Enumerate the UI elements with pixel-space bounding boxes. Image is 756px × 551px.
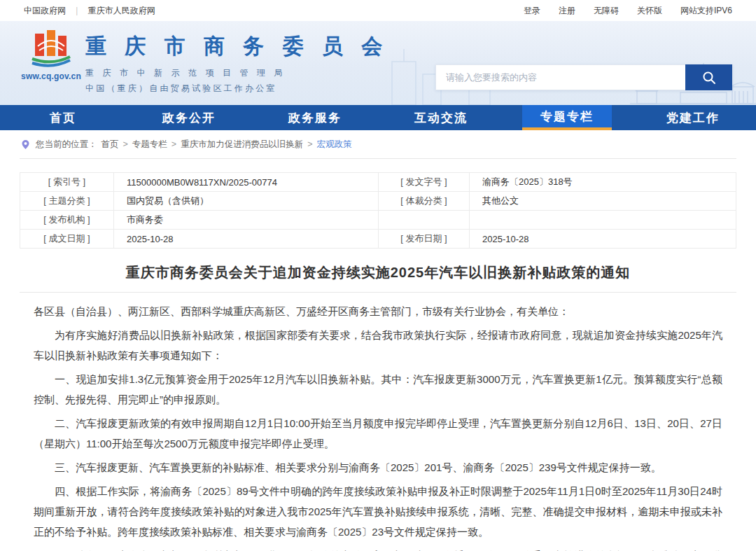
breadcrumb-macro-policy[interactable]: 宏观政策 bbox=[316, 139, 351, 151]
meta-label-empty bbox=[379, 211, 470, 230]
breadcrumb: 您当前的位置： 首页 > 专题专栏 > 重庆市加力促进消费品以旧换新 > 宏观政… bbox=[0, 130, 756, 158]
meta-label-written-date: [ 成文日期 ] bbox=[20, 230, 114, 249]
nav-item-gov-info[interactable]: 政务公开 bbox=[126, 105, 252, 130]
article-paragraph-item-5: 五、请各区县商务主管部门会同相关部门及行业协会做好政策宣传解释，加强市场监测和效… bbox=[34, 545, 722, 551]
article-paragraph-item-2: 二、汽车报废更新政策的有效申报周期自12月1日10:00开始至当月额度申报完毕即… bbox=[34, 413, 722, 454]
nav-item-home[interactable]: 首页 bbox=[0, 105, 126, 130]
nav-label: 互动交流 bbox=[396, 105, 486, 130]
nav-label: 专题专栏 bbox=[522, 105, 612, 130]
link-accessibility[interactable]: 无障碍 bbox=[594, 5, 619, 17]
article-paragraph-item-1: 一、现追加安排1.3亿元预算资金用于2025年12月汽车以旧换新补贴。其中：汽车… bbox=[34, 369, 722, 410]
link-login[interactable]: 登录 bbox=[524, 5, 540, 17]
breadcrumb-prefix: 您当前的位置： bbox=[36, 139, 97, 151]
site-brand: 重 庆 市 商 务 委 员 会 重庆市中新示范项目管理局 中国（重庆）自由贸易试… bbox=[85, 32, 388, 95]
link-chongqing-gov[interactable]: 重庆市人民政府网 bbox=[88, 5, 155, 17]
document-meta-table: [ 索引号 ] 11500000MB0W8117XN/2025-00774 [ … bbox=[20, 172, 736, 249]
meta-label-issuing-agency: [ 发布机构 ] bbox=[20, 211, 114, 230]
site-logo[interactable]: sww.cq.gov.cn bbox=[21, 28, 81, 81]
top-utility-bar: 中国政府网 ｜ 重庆市人民政府网 登录 注册 无障碍 关怀版 网站支持IPV6 bbox=[0, 0, 756, 21]
site-name: 重 庆 市 商 务 委 员 会 bbox=[85, 32, 388, 61]
meta-label-genre-category: [ 体裁分类 ] bbox=[379, 192, 470, 211]
site-subtitle-1: 重庆市中新示范项目管理局 bbox=[85, 67, 388, 79]
meta-label-publish-date: [ 发布日期 ] bbox=[379, 230, 470, 249]
link-care-version[interactable]: 关怀版 bbox=[637, 5, 662, 17]
account-links: 登录 注册 无障碍 关怀版 网站支持IPV6 bbox=[524, 5, 732, 17]
location-pin-icon bbox=[21, 139, 30, 150]
breadcrumb-separator: > bbox=[172, 139, 176, 149]
nav-label: 党建工作 bbox=[648, 105, 738, 130]
topbar-divider: ｜ bbox=[73, 5, 81, 17]
meta-value-empty bbox=[470, 211, 736, 230]
article-paragraph-item-3: 三、汽车报废更新、汽车置换更新的补贴标准、相关要求分别与渝商务〔2025〕201… bbox=[34, 457, 722, 477]
gov-links: 中国政府网 ｜ 重庆市人民政府网 bbox=[24, 5, 155, 17]
main-nav: 首页 政务公开 政务服务 互动交流 专题专栏 党建工作 bbox=[0, 105, 756, 130]
breadcrumb-home[interactable]: 首页 bbox=[102, 139, 119, 151]
link-ipv6[interactable]: 网站支持IPV6 bbox=[680, 5, 732, 17]
meta-value-index-number: 11500000MB0W8117XN/2025-00774 bbox=[114, 173, 379, 192]
table-row: [ 成文日期 ] 2025-10-28 [ 发布日期 ] 2025-10-28 bbox=[20, 230, 736, 249]
table-row: [ 索引号 ] 11500000MB0W8117XN/2025-00774 [ … bbox=[20, 173, 736, 192]
meta-label-subject-category: [ 主题分类 ] bbox=[20, 192, 114, 211]
link-china-gov[interactable]: 中国政府网 bbox=[24, 5, 66, 17]
breadcrumb-separator: > bbox=[123, 139, 128, 149]
page-title: 重庆市商务委员会关于追加资金持续实施2025年汽车以旧换新补贴政策的通知 bbox=[34, 263, 722, 282]
title-divider bbox=[20, 292, 736, 293]
nav-label: 政务公开 bbox=[144, 105, 234, 130]
link-register[interactable]: 注册 bbox=[559, 5, 575, 17]
nav-label: 政务服务 bbox=[270, 105, 360, 130]
meta-value-publish-date: 2025-10-28 bbox=[470, 230, 736, 249]
meta-value-doc-number: 渝商务〔2025〕318号 bbox=[470, 173, 736, 192]
breadcrumb-divider bbox=[20, 158, 736, 159]
meta-value-issuing-agency: 市商务委 bbox=[114, 211, 379, 230]
site-domain: sww.cq.gov.cn bbox=[21, 71, 81, 81]
commerce-commission-logo-icon bbox=[29, 28, 73, 67]
meta-label-doc-number: [ 发文字号 ] bbox=[379, 173, 470, 192]
nav-item-gov-services[interactable]: 政务服务 bbox=[252, 105, 378, 130]
site-header: sww.cq.gov.cn 重 庆 市 商 务 委 员 会 重庆市中新示范项目管… bbox=[0, 21, 756, 105]
meta-value-genre-category: 其他公文 bbox=[470, 192, 736, 211]
nav-label: 首页 bbox=[31, 105, 94, 130]
nav-item-special-topics[interactable]: 专题专栏 bbox=[504, 105, 630, 130]
nav-item-interaction[interactable]: 互动交流 bbox=[378, 105, 504, 130]
meta-label-index-number: [ 索引号 ] bbox=[20, 173, 114, 192]
breadcrumb-special-topics[interactable]: 专题专栏 bbox=[132, 139, 167, 151]
article-paragraph-item-4: 四、根据工作实际，将渝商务〔2025〕89号文件中明确的跨年度接续政策补贴申报及… bbox=[34, 481, 722, 542]
nav-item-party-building[interactable]: 党建工作 bbox=[630, 105, 756, 130]
site-search bbox=[435, 64, 732, 90]
site-subtitle-2: 中国（重庆）自由贸易试验区工作办公室 bbox=[85, 83, 388, 95]
table-row: [ 发布机构 ] 市商务委 bbox=[20, 211, 736, 230]
breadcrumb-trade-in-program[interactable]: 重庆市加力促进消费品以旧换新 bbox=[181, 139, 303, 151]
breadcrumb-separator: > bbox=[307, 139, 312, 149]
meta-value-written-date: 2025-10-28 bbox=[114, 230, 379, 249]
table-row: [ 主题分类 ] 国内贸易（含供销） [ 体裁分类 ] 其他公文 bbox=[20, 192, 736, 211]
article-paragraph-addressee: 各区县（自治县）、两江新区、西部科学城重庆高新区、万盛经开区商务主管部门，市级有… bbox=[34, 301, 722, 321]
search-button[interactable] bbox=[685, 64, 732, 90]
search-input[interactable] bbox=[435, 64, 685, 90]
article-body: 重庆市商务委员会关于追加资金持续实施2025年汽车以旧换新补贴政策的通知 各区县… bbox=[0, 263, 756, 551]
meta-value-subject-category: 国内贸易（含供销） bbox=[114, 192, 379, 211]
search-icon bbox=[701, 70, 717, 85]
article-paragraph: 为有序实施好消费品以旧换新补贴政策，根据国家部委有关要求，结合我市政策执行实际，… bbox=[34, 325, 722, 365]
